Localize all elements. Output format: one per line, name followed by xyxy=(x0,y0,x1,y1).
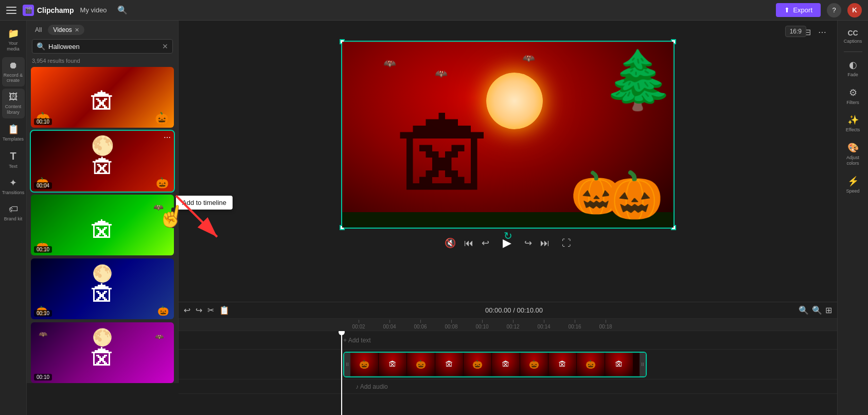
fullscreen-button[interactable]: ⛶ xyxy=(562,238,571,249)
sidebar-item-transitions[interactable]: ✦ Transitions xyxy=(2,174,25,199)
sidebar-item-your-media[interactable]: 📁 Your media xyxy=(2,25,25,55)
video-track-row: ⏸ 🎃 🏚 🎃 🏚 🎃 🏚 🎃 🏚 🎃 🏚 xyxy=(179,350,837,379)
ruler-mark: 00:12 xyxy=(498,320,528,330)
mute-button[interactable]: 🔇 xyxy=(445,237,456,249)
templates-icon: 📋 xyxy=(8,124,19,135)
speed-panel-button[interactable]: ⚡ Speed xyxy=(840,172,866,197)
transitions-label: Transitions xyxy=(2,190,25,196)
undo-button[interactable]: ↩ xyxy=(184,305,190,315)
export-icon: ⬆ xyxy=(784,6,790,14)
media-thumb-2: 🌕 🏚 🎃 🎃 xyxy=(31,131,174,192)
ruler-mark: 00:10 xyxy=(467,320,498,330)
hamburger-menu[interactable] xyxy=(6,5,16,15)
search-input[interactable] xyxy=(48,43,159,50)
redo-button[interactable]: ↪ xyxy=(196,305,202,315)
media-item-duration: 00:10 xyxy=(34,374,52,381)
sidebar-item-brand-kit[interactable]: 🏷 Brand kit xyxy=(2,201,25,225)
filters-panel-button[interactable]: ⚙ Filters xyxy=(840,84,866,109)
ruler-mark: 00:16 xyxy=(559,320,590,330)
media-item[interactable]: 🏚 🎃 🎃 00:10 xyxy=(31,67,174,128)
app-name: Clipchamp xyxy=(37,6,74,14)
media-thumb-5: 🌕 🏚 🦇 🦇 xyxy=(31,322,174,383)
speed-label: Speed xyxy=(846,188,859,194)
user-avatar[interactable]: K xyxy=(847,3,862,18)
media-item-menu-button[interactable]: ⋯ xyxy=(164,133,171,142)
left-sidebar: 📁 Your media ⏺ Record &create 🖼 Contentl… xyxy=(0,21,27,415)
skip-back-button[interactable]: ⏮ xyxy=(464,238,473,249)
help-button[interactable]: ? xyxy=(827,3,841,18)
copy-button[interactable]: 📋 xyxy=(219,305,229,315)
zoom-in-button[interactable]: 🔍 xyxy=(812,305,822,315)
media-thumb-1: 🏚 🎃 🎃 xyxy=(31,67,174,128)
track-frame: 🎃 xyxy=(407,353,435,376)
templates-label: Templates xyxy=(3,136,24,142)
captions-panel-button[interactable]: CC Captions xyxy=(840,26,866,47)
record-create-label: Record &create xyxy=(4,73,23,84)
media-panel: All Videos ✕ 🔍 ✕ 3,954 results found 🏚 xyxy=(27,21,179,383)
search-clear-button[interactable]: ✕ xyxy=(162,42,168,50)
effects-icon: ✨ xyxy=(847,114,859,126)
fit-timeline-button[interactable]: ⊞ xyxy=(825,305,832,315)
effects-panel-button[interactable]: ✨ Effects xyxy=(840,111,866,136)
search-icon[interactable]: 🔍 xyxy=(117,5,128,15)
captions-label: Captions xyxy=(844,39,862,44)
video-frame: 🦇 🦇 🦇 🌲 🏚 🎃 🎃 xyxy=(342,42,674,228)
timeline-area: ↩ ↪ ✂ 📋 00:00.00 / 00:10.00 🔍 🔍 ⊞ 00:02 … xyxy=(179,302,837,415)
right-sidebar: CC Captions ◐ Fade ⚙ Filters ✨ Effects 🎨… xyxy=(837,21,868,415)
sidebar-item-text[interactable]: T Text xyxy=(2,147,25,172)
track-left-handle[interactable]: ⏸ xyxy=(344,353,350,376)
rewind-button[interactable]: ↩ xyxy=(482,237,489,249)
content-library-icon: 🖼 xyxy=(9,92,18,102)
tab-videos-label: Videos xyxy=(53,26,72,33)
tab-videos-close[interactable]: ✕ xyxy=(75,27,79,33)
track-frames: 🎃 🏚 🎃 🏚 🎃 🏚 🎃 🏚 🎃 🏚 xyxy=(350,353,640,376)
tab-videos[interactable]: Videos ✕ xyxy=(48,25,84,35)
preview-area: ⬜ ⊟ ⋯ 16:9 xyxy=(179,21,837,302)
sidebar-item-templates[interactable]: 📋 Templates xyxy=(2,120,25,145)
skip-forward-button[interactable]: ⏭ xyxy=(540,238,550,249)
export-button[interactable]: ⬆ Export xyxy=(776,3,821,17)
ruler-mark: 00:08 xyxy=(436,320,467,330)
ruler-mark: 00:06 xyxy=(405,320,436,330)
project-title[interactable]: My video xyxy=(80,6,107,14)
zoom-out-button[interactable]: 🔍 xyxy=(799,305,809,315)
video-track[interactable]: ⏸ 🎃 🏚 🎃 🏚 🎃 🏚 🎃 🏚 🎃 🏚 xyxy=(343,352,647,377)
panel-collapse-button[interactable]: ‹ xyxy=(171,208,179,228)
your-media-label: Your media xyxy=(3,41,24,52)
filters-icon: ⚙ xyxy=(849,87,857,98)
media-item[interactable]: 🌕 🏚 🎃 🎃 00:10 xyxy=(31,258,174,319)
media-search-bar: 🔍 ✕ xyxy=(32,39,173,54)
tab-all[interactable]: All xyxy=(32,25,45,34)
track-frame: 🏚 xyxy=(548,353,576,376)
sidebar-divider xyxy=(844,51,862,52)
sidebar-item-record-create[interactable]: ⏺ Record &create xyxy=(2,57,25,87)
fast-forward-button[interactable]: ↪ xyxy=(524,237,532,249)
media-thumb-3: 🏚 🎃 🦇 xyxy=(31,195,174,255)
playhead[interactable] xyxy=(341,331,342,415)
timeline-zoom-controls: 🔍 🔍 ⊞ xyxy=(799,305,832,315)
track-frame: 🏚 xyxy=(492,353,520,376)
sidebar-item-content-library[interactable]: 🖼 Contentlibrary xyxy=(2,89,25,118)
timeline-tracks: + Add text ⏸ 🎃 🏚 🎃 🏚 🎃 🏚 🎃 xyxy=(179,331,837,415)
pumpkin-decoration: 🎃 xyxy=(606,168,663,222)
track-right-handle[interactable]: ⏸ xyxy=(640,353,646,376)
track-frame: 🏚 xyxy=(379,353,406,376)
track-frame: 🎃 xyxy=(520,353,548,376)
media-item[interactable]: 🏚 🎃 🦇 00:10 xyxy=(31,195,174,255)
media-thumb-4: 🌕 🏚 🎃 🎃 xyxy=(31,258,174,319)
more-options-button[interactable]: ⋯ xyxy=(817,26,828,39)
add-text-button[interactable]: + Add text xyxy=(181,337,371,344)
add-audio-button[interactable]: ♪ Add audio xyxy=(181,383,388,390)
media-item[interactable]: 🌕 🏚 🎃 🎃 00:04 ⋯ xyxy=(31,131,174,192)
aspect-ratio-button[interactable]: 16:9 xyxy=(785,26,806,37)
timeline-toolbar: ↩ ↪ ✂ 📋 00:00.00 / 00:10.00 🔍 🔍 ⊞ xyxy=(179,302,837,319)
rotate-handle[interactable]: ↻ xyxy=(504,230,512,242)
cut-button[interactable]: ✂ xyxy=(207,305,214,315)
track-frame: 🎃 xyxy=(577,353,605,376)
media-item[interactable]: 🌕 🏚 🦇 🦇 00:10 xyxy=(31,322,174,383)
adjust-colors-panel-button[interactable]: 🎨 Adjust colors xyxy=(840,139,866,169)
fade-panel-button[interactable]: ◐ Fade xyxy=(840,56,866,81)
main-area: 📁 Your media ⏺ Record &create 🖼 Contentl… xyxy=(0,21,868,415)
media-item-duration: 00:10 xyxy=(34,246,52,253)
text-icon: T xyxy=(10,150,16,162)
